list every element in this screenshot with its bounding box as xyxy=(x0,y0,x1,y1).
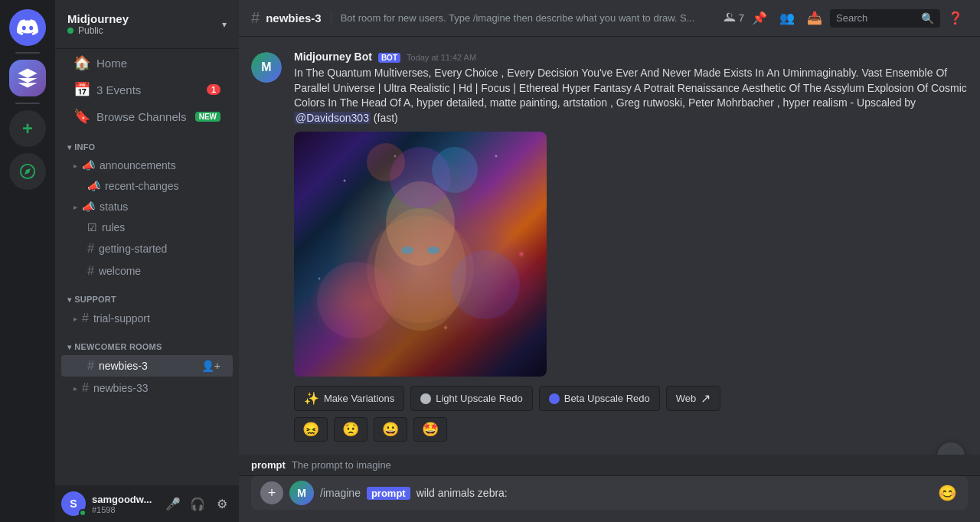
web-button[interactable]: Web ↗ xyxy=(666,386,721,411)
new-badge: NEW xyxy=(195,112,220,122)
bot-avatar-circle: M xyxy=(251,52,282,83)
explore-button[interactable] xyxy=(9,153,46,190)
message-group: M Midjourney Bot BOT Today at 11:42 AM I… xyxy=(239,49,980,443)
hash-icon-3: # xyxy=(82,312,89,325)
events-icon: 📅 xyxy=(74,81,90,98)
megaphone-icon-2: 📣 xyxy=(87,180,100,192)
support-collapse-arrow: ▾ xyxy=(67,295,71,304)
channel-header-name: # newbies-3 xyxy=(251,9,322,27)
prompt-tooltip-text: The prompt to imagine xyxy=(292,459,391,471)
mention[interactable]: @Davidson303 xyxy=(294,112,371,124)
action-buttons: ✨ Make Variations Light Upscale Redo Bet… xyxy=(294,386,968,411)
channel-list: 🏠 Home 📅 3 Events 1 🔖 Browse Channels NE… xyxy=(55,49,239,485)
message-text: In The Quantum Multiverses, Every Choice… xyxy=(294,66,968,126)
server-name: Midjourney xyxy=(67,12,129,25)
deafen-button[interactable]: 🎧 xyxy=(187,493,208,514)
user-controls: 🎤 🎧 ⚙ xyxy=(162,493,233,514)
reaction-angry[interactable]: 😖 xyxy=(294,417,328,442)
server-rail: + xyxy=(0,0,55,522)
main-content: # newbies-3 Bot room for new users. Type… xyxy=(239,0,980,522)
channel-welcome[interactable]: # welcome xyxy=(61,260,233,282)
reaction-happy[interactable]: 😀 xyxy=(374,417,407,442)
hash-icon-5: # xyxy=(82,381,89,395)
server-status: Public xyxy=(67,25,129,36)
channel-hash-icon: # xyxy=(251,9,260,27)
channel-header: # newbies-3 Bot room for new users. Type… xyxy=(239,0,980,37)
make-variations-button[interactable]: ✨ Make Variations xyxy=(294,386,404,411)
message-content: Midjourney Bot BOT Today at 11:42 AM In … xyxy=(294,51,968,442)
members-button[interactable]: 👥 xyxy=(775,6,799,31)
midjourney-server-icon[interactable] xyxy=(9,60,46,96)
channel-rules[interactable]: ☑ rules xyxy=(61,217,233,237)
user-info: samgoodw... #1598 xyxy=(92,494,156,514)
prompt-tag: prompt xyxy=(367,487,410,500)
pin-button[interactable]: 📌 xyxy=(747,6,772,31)
hash-icon-4: # xyxy=(87,359,94,373)
info-section-label[interactable]: ▾ INFO xyxy=(55,130,239,155)
reaction-sad[interactable]: 😟 xyxy=(334,417,368,442)
reaction-love[interactable]: 🤩 xyxy=(413,417,447,442)
add-attachment-button[interactable]: + xyxy=(260,481,283,504)
add-server-button[interactable]: + xyxy=(9,110,46,147)
settings-button[interactable]: ⚙ xyxy=(211,493,233,514)
channel-status[interactable]: ▸ 📣 status xyxy=(61,197,233,217)
add-member-icon: 👤+ xyxy=(201,360,220,372)
external-link-icon: ↗ xyxy=(701,391,710,406)
messages-wrapper[interactable]: M Midjourney Bot BOT Today at 11:42 AM I… xyxy=(239,37,980,455)
search-icon: 🔍 xyxy=(921,12,934,24)
message-time: Today at 11:42 AM xyxy=(407,53,476,62)
light-upscale-icon xyxy=(420,393,431,404)
bot-avatar: M xyxy=(251,52,282,83)
discord-home-button[interactable] xyxy=(9,9,46,46)
channel-description: Bot room for new users. Type /imagine th… xyxy=(331,12,695,24)
events-badge: 1 xyxy=(207,84,220,95)
channel-announcements[interactable]: ▸ 📣 announcements xyxy=(61,155,233,175)
newcomer-section-label[interactable]: ▾ NEWCOMER ROOMS xyxy=(55,330,239,354)
channel-getting-started[interactable]: # getting-started xyxy=(61,238,233,259)
support-section-label[interactable]: ▾ SUPPORT xyxy=(55,282,239,307)
member-count: 7 xyxy=(724,12,744,24)
variations-icon: ✨ xyxy=(304,391,319,406)
channel-newbies-3[interactable]: # newbies-3 👤+ xyxy=(61,355,233,377)
events-nav[interactable]: 📅 3 Events 1 xyxy=(61,77,233,103)
channel-newbies-33[interactable]: ▸ # newbies-33 xyxy=(61,377,233,399)
svg-point-6 xyxy=(367,143,405,181)
header-actions: 7 📌 👥 📥 Search 🔍 ❓ xyxy=(724,6,968,31)
light-upscale-redo-button[interactable]: Light Upscale Redo xyxy=(410,386,532,411)
svg-point-7 xyxy=(432,147,478,193)
message-input-box: + M /imagine prompt 😊 xyxy=(251,476,968,510)
avatar: S xyxy=(61,491,86,516)
bot-badge: BOT xyxy=(378,53,400,63)
username: samgoodw... xyxy=(92,494,156,505)
ai-image-container[interactable] xyxy=(294,132,547,377)
rules-icon: ☑ xyxy=(87,221,97,233)
bot-avatar-small: M xyxy=(289,481,314,505)
server-dropdown-arrow: ▾ xyxy=(222,19,227,30)
hash-icon-2: # xyxy=(87,264,94,278)
user-bar: S samgoodw... #1598 🎤 🎧 ⚙ xyxy=(55,485,239,522)
messages-area: M Midjourney Bot BOT Today at 11:42 AM I… xyxy=(239,37,980,455)
image-svg-decoration xyxy=(294,132,547,377)
browse-channels-nav[interactable]: 🔖 Browse Channels NEW xyxy=(61,103,233,129)
beta-upscale-icon xyxy=(549,393,560,404)
channel-trial-support[interactable]: ▸ # trial-support xyxy=(61,308,233,329)
search-box[interactable]: Search 🔍 xyxy=(830,9,940,28)
server-header[interactable]: Midjourney Public ▾ xyxy=(55,0,239,49)
hash-icon: # xyxy=(87,242,94,256)
browse-icon: 🔖 xyxy=(74,108,90,125)
help-button[interactable]: ❓ xyxy=(943,6,968,31)
inbox-button[interactable]: 📥 xyxy=(802,6,827,31)
beta-upscale-redo-button[interactable]: Beta Upscale Redo xyxy=(539,386,660,411)
ai-generated-image xyxy=(294,132,547,377)
megaphone-icon-3: 📣 xyxy=(82,201,95,213)
slash-command: /imagine xyxy=(320,487,361,499)
info-collapse-arrow: ▾ xyxy=(67,143,71,152)
svg-point-10 xyxy=(451,250,520,319)
channel-recent-changes[interactable]: 📣 recent-changes xyxy=(61,176,233,196)
home-nav[interactable]: 🏠 Home xyxy=(61,50,233,76)
status-dot xyxy=(67,28,74,34)
message-input[interactable] xyxy=(416,487,929,499)
mute-button[interactable]: 🎤 xyxy=(162,493,184,514)
message-author[interactable]: Midjourney Bot xyxy=(294,51,372,63)
emoji-picker-button[interactable]: 😊 xyxy=(936,481,959,504)
